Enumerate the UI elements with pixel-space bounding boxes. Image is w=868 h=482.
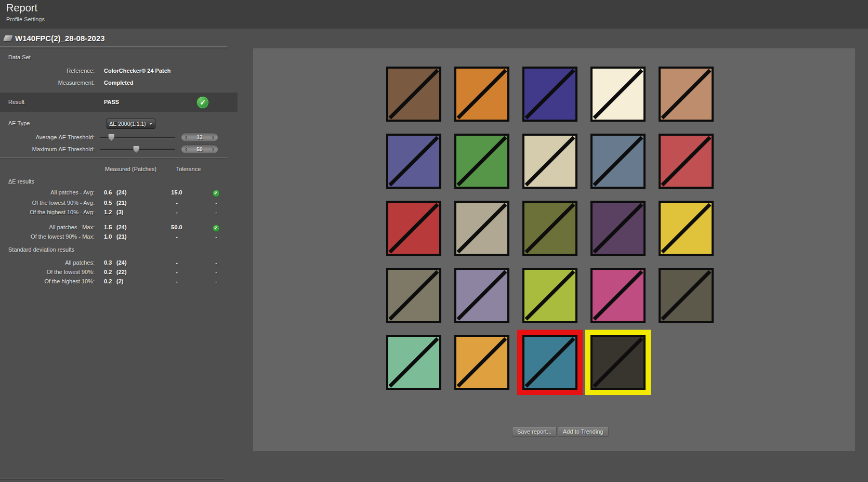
color-patch[interactable] [659,268,714,323]
average-threshold-value: 13 [196,134,203,140]
row-status: - [210,268,222,276]
reference-value: ColorChecker® 24 Patch [104,67,171,75]
row-status: ✓ [210,224,222,232]
row-label: Of the lowest 90% - Avg: [0,199,95,207]
color-patch[interactable] [386,335,441,390]
de-type-selected: ΔE 2000(1:1:1) [109,121,146,127]
row-count: (24) [116,259,127,267]
increment-icon[interactable]: › [212,145,214,153]
color-patch[interactable] [386,134,441,189]
color-patch[interactable] [659,201,714,256]
tolerance-column-header: Tolerance [166,165,211,173]
row-label: All patches: [0,259,95,267]
color-patch[interactable] [386,67,441,122]
color-patch-highlight-red[interactable] [522,335,577,390]
row-label: All patches - Max: [0,224,95,231]
row-tolerance: - [156,268,198,276]
result-band: Result PASS [0,93,238,112]
row-count: (24) [116,224,127,231]
result-label: Result [8,98,24,106]
slider-thumb[interactable] [133,146,140,153]
color-patch[interactable] [386,201,441,256]
maximum-threshold-slider[interactable] [100,146,175,153]
de-type-dropdown[interactable]: ΔE 2000(1:1:1) ▼ [107,119,155,129]
row-status: ✓ [210,189,222,197]
color-patch[interactable] [659,134,714,189]
color-patch[interactable] [590,268,646,323]
result-row: All patches - Max: 1.5 (24) 50.0 ✓ [0,224,227,231]
row-label: All patches - Avg: [0,189,95,197]
maximum-threshold-spinner[interactable]: ‹ 50 › [181,145,218,154]
row-tolerance: - [156,278,198,285]
patch-report-panel: Save report... Add to Trending [253,48,855,451]
decrement-icon[interactable]: ‹ [185,145,187,153]
row-tolerance: 50.0 [156,224,198,231]
color-patch[interactable] [522,201,577,256]
result-row: Of the highest 10%: 0.2 (2) - - [0,278,227,285]
row-value: 1.5 [104,224,112,231]
row-status: - [210,209,222,216]
row-status: - [210,259,222,267]
row-tolerance: - [156,259,198,267]
row-count: (22) [116,268,127,276]
add-to-trending-button[interactable]: Add to Trending [558,427,609,437]
color-patch[interactable] [522,268,577,323]
average-threshold-spinner[interactable]: ‹ 13 › [181,133,218,142]
row-value: 1.0 [104,233,112,241]
average-threshold-slider[interactable] [100,134,175,141]
result-row: All patches - Avg: 0.6 (24) 15.0 ✓ [0,189,227,197]
row-label: Of the lowest 90%: [0,268,95,276]
color-patch[interactable] [454,268,509,323]
check-icon: ✓ [213,190,220,197]
slider-thumb[interactable] [108,134,115,141]
row-label: Of the highest 10%: [0,278,95,285]
row-status: - [210,233,222,241]
top-bar: Report Profile Settings [0,0,868,29]
row-value: 1.2 [104,209,112,216]
color-patch[interactable] [522,134,577,189]
average-threshold-label: Average ΔE Threshold: [0,134,95,141]
profile-header: W140FPC(2)_28-08-2023 [4,33,105,43]
color-patch[interactable] [454,201,509,256]
page-subtitle: Profile Settings [6,16,45,22]
increment-icon[interactable]: › [212,133,214,141]
check-icon: ✓ [213,225,220,232]
color-patch[interactable] [590,67,646,122]
row-count: (2) [116,278,123,285]
color-patch-highlight-yellow[interactable] [590,335,646,390]
color-patch[interactable] [386,268,441,323]
decrement-icon[interactable]: ‹ [185,133,187,141]
reference-row: Reference: ColorChecker® 24 Patch [0,67,227,75]
result-row: Of the highest 10% - Avg: 1.2 (3) - - [0,209,227,216]
color-patch[interactable] [590,201,646,256]
maximum-threshold-label: Maximum ΔE Threshold: [0,146,95,153]
patch-grid [386,67,714,390]
de-type-label: ΔE Type [8,120,30,127]
measurement-row: Measurement: Completed [0,79,227,87]
row-tolerance: - [156,199,198,207]
color-patch[interactable] [590,134,646,189]
result-row: All patches: 0.3 (24) - - [0,259,227,267]
result-value: PASS [104,98,119,106]
row-tolerance: - [156,209,198,216]
display-profile-icon [3,35,13,41]
chevron-down-icon: ▼ [149,122,153,126]
profile-name: W140FPC(2)_28-08-2023 [15,34,105,43]
row-label: Of the lowest 90% - Max: [0,233,95,241]
color-patch[interactable] [454,67,509,122]
de-results-section-label: ΔE results [8,178,34,186]
result-row: Of the lowest 90% - Avg: 0.5 (21) - - [0,199,227,207]
row-status: - [210,199,222,207]
color-patch[interactable] [522,67,577,122]
save-report-button[interactable]: Save report... [512,427,557,437]
color-patch[interactable] [454,335,509,390]
measured-column-header: Measured (Patches) [105,165,156,173]
separator [0,157,227,159]
color-patch[interactable] [659,67,714,122]
measurement-label: Measurement: [0,79,95,87]
pass-check-icon [196,96,209,109]
row-count: (24) [116,189,127,197]
color-patch[interactable] [454,134,509,189]
row-count: (3) [116,209,123,216]
page-title: Report [6,2,37,14]
